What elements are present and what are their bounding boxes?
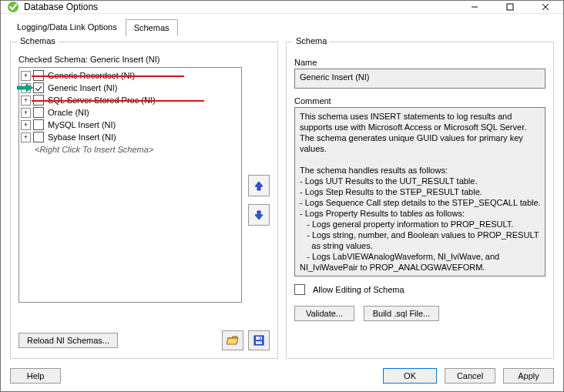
comment-label: Comment: [294, 96, 546, 106]
validate-button[interactable]: Validate...: [294, 306, 354, 321]
insert-schema-hint: <Right Click To Insert Schema>: [21, 143, 153, 156]
schema-checkbox[interactable]: [33, 82, 44, 93]
up-arrow-icon: [253, 180, 264, 191]
window-title: Database Options: [24, 2, 98, 12]
schema-legend: Schema: [293, 36, 330, 45]
move-down-button[interactable]: [248, 204, 270, 226]
tree-row-sql-server-stored-proc: + SQL Server Stored Proc (NI): [21, 94, 240, 106]
schema-checkbox[interactable]: [33, 132, 44, 142]
app-icon: [7, 1, 19, 13]
name-field: Generic Insert (NI): [294, 69, 546, 89]
expand-toggle[interactable]: +: [21, 120, 31, 130]
name-label: Name: [294, 58, 546, 67]
schema-detail-group: Schema Name Generic Insert (NI) Comment …: [286, 42, 554, 359]
reload-schemas-button[interactable]: Reload NI Schemas...: [18, 333, 118, 348]
schema-checkbox[interactable]: [33, 107, 44, 118]
maximize-icon: [506, 3, 514, 11]
reorder-controls: [248, 67, 270, 303]
svg-rect-8: [256, 341, 262, 344]
tree-insert-hint[interactable]: <Right Click To Insert Schema>: [21, 143, 240, 156]
cancel-button[interactable]: Cancel: [445, 368, 495, 384]
close-button[interactable]: [528, 1, 563, 13]
save-button[interactable]: [248, 330, 270, 350]
titlebar: Database Options: [1, 1, 563, 14]
schemas-group: Schemas Checked Schema: Generic Insert (…: [10, 42, 278, 359]
allow-editing-row: Allow Editing of Schema: [294, 284, 546, 295]
help-button[interactable]: Help: [10, 368, 61, 384]
schema-label[interactable]: MySQL Insert (NI): [47, 119, 116, 131]
schema-label[interactable]: SQL Server Stored Proc (NI): [47, 94, 156, 106]
tab-logging[interactable]: Logging/Data Link Options: [8, 18, 126, 35]
svg-rect-2: [507, 4, 513, 10]
svg-rect-7: [260, 337, 261, 340]
build-sql-button[interactable]: Build .sql File...: [364, 306, 439, 321]
schema-label[interactable]: Generic Insert (NI): [47, 82, 118, 94]
maximize-button[interactable]: [492, 1, 528, 13]
tree-row-mysql-insert: + MySQL Insert (NI): [21, 119, 240, 131]
checked-schema-label: Checked Schema: Generic Insert (NI): [18, 55, 270, 64]
expand-toggle[interactable]: +: [21, 95, 31, 106]
allow-editing-label: Allow Editing of Schema: [313, 285, 405, 294]
window-root: Database Options Logging/Data Link Optio…: [0, 0, 564, 392]
tab-strip: Logging/Data Link Options Schemas: [1, 14, 563, 35]
schema-label[interactable]: Generic Recordset (NI): [47, 69, 136, 82]
move-up-button[interactable]: [248, 175, 270, 196]
allow-editing-checkbox[interactable]: [294, 284, 305, 295]
schemas-bottom-row: Reload NI Schemas...: [18, 330, 270, 350]
svg-rect-6: [256, 337, 262, 340]
expand-toggle[interactable]: +: [21, 132, 31, 142]
open-button[interactable]: [222, 330, 243, 350]
expand-toggle[interactable]: +: [21, 71, 31, 81]
window-buttons: [457, 1, 563, 13]
tree-row-generic-recordset: + Generic Recordset (NI): [21, 69, 240, 82]
tree-row-sybase-insert: + Sybase Insert (NI): [21, 131, 240, 143]
expand-toggle[interactable]: +: [21, 108, 31, 118]
tree-row-oracle: + Oracle (NI): [21, 106, 240, 119]
tree-row-generic-insert: + Generic Insert (NI): [21, 82, 240, 94]
schema-checkbox[interactable]: [33, 95, 44, 106]
schema-action-row: Validate... Build .sql File...: [294, 306, 546, 321]
dialog-footer: Help OK Cancel Apply: [1, 364, 563, 391]
schema-label[interactable]: Sybase Insert (NI): [47, 131, 117, 143]
floppy-disk-icon: [253, 335, 264, 346]
apply-button[interactable]: Apply: [503, 368, 554, 384]
ok-button[interactable]: OK: [383, 368, 437, 384]
tab-schemas[interactable]: Schemas: [126, 19, 178, 36]
pointer-arrow-icon: [17, 83, 34, 92]
comment-field[interactable]: This schema uses INSERT statements to lo…: [294, 107, 546, 276]
down-arrow-icon: [253, 209, 264, 220]
comment-text: This schema uses INSERT statements to lo…: [300, 111, 542, 273]
minimize-button[interactable]: [457, 1, 492, 13]
schemas-legend: Schemas: [17, 36, 59, 45]
schema-checkbox[interactable]: [33, 70, 44, 81]
schema-label[interactable]: Oracle (NI): [47, 106, 90, 119]
close-icon: [542, 3, 549, 11]
schema-tree[interactable]: + Generic Recordset (NI) + Generic Inser…: [18, 67, 242, 303]
minimize-icon: [471, 3, 478, 11]
schema-checkbox[interactable]: [33, 119, 44, 130]
content-area: Schemas Checked Schema: Generic Insert (…: [1, 35, 563, 364]
folder-open-icon: [227, 335, 239, 346]
